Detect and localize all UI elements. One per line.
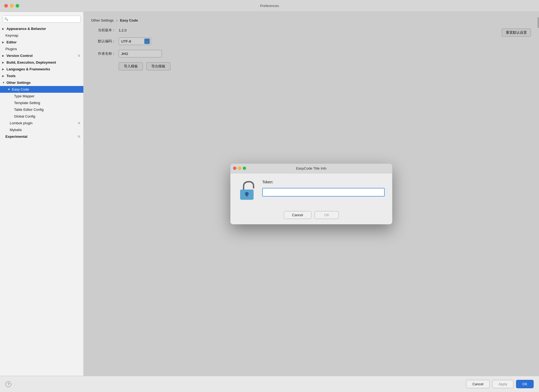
arrow-icon: ▶ [2, 41, 6, 44]
search-box: 🔍 [3, 16, 81, 23]
sidebar-item-label: Plugins [5, 47, 17, 51]
search-input[interactable] [3, 16, 81, 23]
modal-overlay: EasyCode Title Info [84, 12, 539, 376]
sidebar-item-version-control[interactable]: ▶ Version Control ⧉ [0, 52, 83, 59]
arrow-icon: ▶ [2, 74, 6, 77]
modal-cancel-button[interactable]: Cancel [284, 211, 311, 219]
main-layout: 🔍 ▶ Appearance & Behavior Keymap ▶ Edito… [0, 12, 539, 376]
arrow-icon: ▼ [2, 81, 6, 84]
ok-button[interactable]: OK [516, 380, 534, 388]
sidebar-item-label: Other Settings [6, 81, 31, 85]
modal-right: Token: [262, 180, 385, 197]
sidebar-item-type-mapper[interactable]: Type Mapper [0, 93, 83, 99]
sidebar-item-table-editor-config[interactable]: Table Editor Config [0, 106, 83, 113]
token-input[interactable] [262, 188, 385, 197]
maximize-button[interactable] [16, 4, 19, 8]
sidebar-item-label: Build, Execution, Deployment [6, 60, 56, 64]
sidebar-item-label: Tools [6, 74, 16, 78]
content-area: Other Settings › Easy Code 当前版本： 1.2.0 默… [84, 12, 539, 376]
title-bar: Preferences [0, 0, 539, 12]
arrow-icon: ▶ [2, 54, 6, 57]
cancel-button[interactable]: Cancel [466, 380, 489, 388]
sidebar-item-lombok-plugin[interactable]: Lombok plugin ⧉ [0, 120, 83, 126]
sidebar-item-label: Editor [6, 40, 17, 44]
copy-icon: ⧉ [78, 54, 80, 57]
bottom-bar: ? Cancel Apply OK [0, 376, 539, 392]
help-button[interactable]: ? [5, 381, 11, 387]
modal-ok-button[interactable]: OK [315, 211, 339, 219]
sidebar-item-editor[interactable]: ▶ Editor [0, 39, 83, 46]
arrow-icon: ▶ [2, 68, 6, 71]
modal-body: Token: [230, 173, 392, 207]
sidebar-item-label: Easy Code [12, 87, 29, 91]
lock-icon [239, 180, 256, 201]
close-button[interactable] [4, 4, 8, 8]
search-icon: 🔍 [4, 17, 8, 21]
sidebar-item-label: Type Mapper [14, 94, 35, 98]
sidebar-item-label: Keymap [5, 33, 18, 37]
svg-rect-2 [246, 194, 248, 197]
sidebar-item-easy-code[interactable]: ▼ Easy Code [0, 86, 83, 93]
sidebar-item-label: Version Control [6, 54, 33, 58]
copy-icon: ⧉ [78, 121, 80, 125]
sidebar: 🔍 ▶ Appearance & Behavior Keymap ▶ Edito… [0, 12, 84, 376]
arrow-icon: ▼ [8, 88, 11, 91]
search-wrap: 🔍 [3, 16, 81, 23]
arrow-icon: ▶ [2, 27, 6, 30]
sidebar-item-tools[interactable]: ▶ Tools [0, 73, 83, 79]
sidebar-item-languages-frameworks[interactable]: ▶ Languages & Frameworks [0, 66, 83, 73]
sidebar-item-label: Global Config [14, 114, 35, 118]
sidebar-item-appearance-behavior[interactable]: ▶ Appearance & Behavior [0, 25, 83, 32]
sidebar-item-label: Appearance & Behavior [6, 27, 46, 31]
arrow-icon: ▶ [2, 61, 6, 64]
modal-close-button[interactable] [233, 167, 236, 170]
sidebar-item-global-config[interactable]: Global Config [0, 113, 83, 120]
sidebar-item-label: Lombok plugin [10, 121, 33, 125]
sidebar-item-plugins[interactable]: Plugins [0, 46, 83, 52]
apply-button[interactable]: Apply [492, 380, 514, 388]
sidebar-item-label: Experimental [5, 135, 28, 139]
modal-minimize-button[interactable] [238, 167, 241, 170]
sidebar-item-mybatis[interactable]: Mybatis [0, 126, 83, 133]
sidebar-item-build-execution[interactable]: ▶ Build, Execution, Deployment [0, 59, 83, 66]
modal-footer: Cancel OK [230, 207, 392, 224]
sidebar-item-template-setting[interactable]: Template Setting [0, 99, 83, 106]
sidebar-item-label: Languages & Frameworks [6, 67, 50, 71]
window-controls [4, 4, 19, 8]
modal-maximize-button[interactable] [243, 167, 246, 170]
sidebar-item-keymap[interactable]: Keymap [0, 32, 83, 39]
sidebar-item-label: Table Editor Config [14, 108, 44, 112]
lock-icon-wrap [238, 180, 257, 201]
token-label: Token: [262, 180, 385, 184]
modal-window-controls [233, 167, 246, 170]
minimize-button[interactable] [10, 4, 13, 8]
modal-titlebar: EasyCode Title Info [230, 164, 392, 173]
sidebar-item-experimental[interactable]: Experimental ⧉ [0, 133, 83, 140]
modal-title: EasyCode Title Info [296, 166, 327, 170]
copy-icon: ⧉ [78, 135, 80, 138]
window-title: Preferences [260, 4, 279, 8]
sidebar-item-other-settings[interactable]: ▼ Other Settings [0, 79, 83, 86]
modal-dialog: EasyCode Title Info [230, 164, 392, 224]
sidebar-item-label: Mybatis [10, 128, 22, 132]
sidebar-item-label: Template Setting [14, 101, 40, 105]
